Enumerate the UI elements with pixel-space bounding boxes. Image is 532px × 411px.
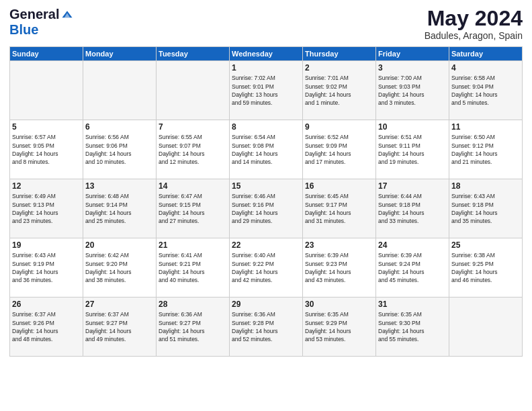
logo-blue: Blue bbox=[9, 22, 38, 38]
day-info: Sunrise: 6:39 AMSunset: 9:24 PMDaylight:… bbox=[378, 251, 447, 284]
day-number: 24 bbox=[378, 240, 447, 250]
calendar-cell: 12Sunrise: 6:49 AMSunset: 9:13 PMDayligh… bbox=[10, 179, 83, 238]
calendar-cell bbox=[157, 61, 230, 120]
day-number: 19 bbox=[12, 240, 81, 250]
day-info: Sunrise: 6:49 AMSunset: 9:13 PMDaylight:… bbox=[12, 192, 81, 225]
calendar-week-5: 26Sunrise: 6:37 AMSunset: 9:26 PMDayligh… bbox=[10, 298, 523, 357]
day-info: Sunrise: 6:57 AMSunset: 9:05 PMDaylight:… bbox=[12, 133, 81, 166]
day-number: 26 bbox=[12, 300, 81, 309]
day-info: Sunrise: 6:37 AMSunset: 9:26 PMDaylight:… bbox=[12, 310, 81, 343]
day-number: 21 bbox=[159, 240, 227, 250]
calendar-cell bbox=[449, 298, 523, 357]
calendar-cell: 28Sunrise: 6:36 AMSunset: 9:27 PMDayligh… bbox=[157, 298, 230, 357]
day-info: Sunrise: 6:41 AMSunset: 9:21 PMDaylight:… bbox=[159, 251, 227, 284]
location: Badules, Aragon, Spain bbox=[425, 30, 523, 41]
day-info: Sunrise: 6:52 AMSunset: 9:09 PMDaylight:… bbox=[305, 133, 373, 166]
calendar-cell: 14Sunrise: 6:47 AMSunset: 9:15 PMDayligh… bbox=[157, 179, 230, 238]
day-info: Sunrise: 6:47 AMSunset: 9:15 PMDaylight:… bbox=[159, 192, 227, 225]
calendar-cell: 11Sunrise: 6:50 AMSunset: 9:12 PMDayligh… bbox=[449, 120, 523, 179]
calendar-cell: 15Sunrise: 6:46 AMSunset: 9:16 PMDayligh… bbox=[230, 179, 303, 238]
day-number: 27 bbox=[85, 300, 154, 309]
calendar-cell: 27Sunrise: 6:37 AMSunset: 9:27 PMDayligh… bbox=[83, 298, 157, 357]
day-number: 13 bbox=[85, 181, 154, 191]
day-number: 8 bbox=[232, 122, 300, 132]
col-thursday: Thursday bbox=[303, 47, 376, 61]
calendar-cell: 21Sunrise: 6:41 AMSunset: 9:21 PMDayligh… bbox=[157, 238, 230, 298]
calendar-cell: 22Sunrise: 6:40 AMSunset: 9:22 PMDayligh… bbox=[230, 238, 303, 298]
day-info: Sunrise: 6:58 AMSunset: 9:04 PMDaylight:… bbox=[451, 74, 520, 107]
day-number: 25 bbox=[451, 240, 520, 250]
calendar-cell: 16Sunrise: 6:45 AMSunset: 9:17 PMDayligh… bbox=[303, 179, 376, 238]
day-number: 22 bbox=[232, 240, 300, 250]
day-number: 5 bbox=[12, 122, 81, 132]
calendar-cell: 1Sunrise: 7:02 AMSunset: 9:01 PMDaylight… bbox=[230, 61, 303, 120]
calendar-cell: 10Sunrise: 6:51 AMSunset: 9:11 PMDayligh… bbox=[376, 120, 449, 179]
page-container: General Blue May 2024 Badules, Aragon, S… bbox=[0, 0, 532, 361]
calendar-week-3: 12Sunrise: 6:49 AMSunset: 9:13 PMDayligh… bbox=[10, 179, 523, 238]
day-number: 16 bbox=[305, 181, 373, 191]
day-number: 4 bbox=[451, 63, 520, 73]
day-info: Sunrise: 6:50 AMSunset: 9:12 PMDaylight:… bbox=[451, 133, 520, 166]
calendar-cell: 4Sunrise: 6:58 AMSunset: 9:04 PMDaylight… bbox=[449, 61, 523, 120]
day-info: Sunrise: 6:35 AMSunset: 9:30 PMDaylight:… bbox=[378, 310, 447, 343]
day-number: 20 bbox=[85, 240, 154, 250]
day-info: Sunrise: 6:44 AMSunset: 9:18 PMDaylight:… bbox=[378, 192, 447, 225]
day-info: Sunrise: 6:39 AMSunset: 9:23 PMDaylight:… bbox=[305, 251, 373, 284]
day-info: Sunrise: 6:43 AMSunset: 9:19 PMDaylight:… bbox=[12, 251, 81, 284]
calendar-cell: 17Sunrise: 6:44 AMSunset: 9:18 PMDayligh… bbox=[376, 179, 449, 238]
day-info: Sunrise: 7:02 AMSunset: 9:01 PMDaylight:… bbox=[232, 74, 300, 107]
col-wednesday: Wednesday bbox=[230, 47, 303, 61]
col-saturday: Saturday bbox=[449, 47, 523, 61]
day-number: 29 bbox=[232, 300, 300, 309]
day-number: 2 bbox=[305, 63, 373, 73]
calendar-cell: 7Sunrise: 6:55 AMSunset: 9:07 PMDaylight… bbox=[157, 120, 230, 179]
day-info: Sunrise: 6:48 AMSunset: 9:14 PMDaylight:… bbox=[85, 192, 154, 225]
day-number: 11 bbox=[451, 122, 520, 132]
day-info: Sunrise: 6:55 AMSunset: 9:07 PMDaylight:… bbox=[159, 133, 227, 166]
day-info: Sunrise: 6:54 AMSunset: 9:08 PMDaylight:… bbox=[232, 133, 300, 166]
calendar-cell: 5Sunrise: 6:57 AMSunset: 9:05 PMDaylight… bbox=[10, 120, 83, 179]
col-monday: Monday bbox=[83, 47, 157, 61]
calendar-cell: 2Sunrise: 7:01 AMSunset: 9:02 PMDaylight… bbox=[303, 61, 376, 120]
calendar-cell: 30Sunrise: 6:35 AMSunset: 9:29 PMDayligh… bbox=[303, 298, 376, 357]
calendar-week-4: 19Sunrise: 6:43 AMSunset: 9:19 PMDayligh… bbox=[10, 238, 523, 298]
day-number: 6 bbox=[85, 122, 154, 132]
calendar-cell: 8Sunrise: 6:54 AMSunset: 9:08 PMDaylight… bbox=[230, 120, 303, 179]
day-number: 31 bbox=[378, 300, 447, 309]
day-info: Sunrise: 6:56 AMSunset: 9:06 PMDaylight:… bbox=[85, 133, 154, 166]
calendar-cell: 19Sunrise: 6:43 AMSunset: 9:19 PMDayligh… bbox=[10, 238, 83, 298]
title-block: May 2024 Badules, Aragon, Spain bbox=[425, 7, 523, 41]
day-info: Sunrise: 7:00 AMSunset: 9:03 PMDaylight:… bbox=[378, 74, 447, 107]
calendar-cell: 26Sunrise: 6:37 AMSunset: 9:26 PMDayligh… bbox=[10, 298, 83, 357]
calendar-cell: 23Sunrise: 6:39 AMSunset: 9:23 PMDayligh… bbox=[303, 238, 376, 298]
day-info: Sunrise: 6:42 AMSunset: 9:20 PMDaylight:… bbox=[85, 251, 154, 284]
calendar-cell: 13Sunrise: 6:48 AMSunset: 9:14 PMDayligh… bbox=[83, 179, 157, 238]
day-info: Sunrise: 6:51 AMSunset: 9:11 PMDaylight:… bbox=[378, 133, 447, 166]
day-info: Sunrise: 6:46 AMSunset: 9:16 PMDaylight:… bbox=[232, 192, 300, 225]
day-number: 17 bbox=[378, 181, 447, 191]
day-number: 9 bbox=[305, 122, 373, 132]
day-info: Sunrise: 7:01 AMSunset: 9:02 PMDaylight:… bbox=[305, 74, 373, 107]
calendar-week-1: 1Sunrise: 7:02 AMSunset: 9:01 PMDaylight… bbox=[10, 61, 523, 120]
col-tuesday: Tuesday bbox=[157, 47, 230, 61]
calendar-cell bbox=[83, 61, 157, 120]
day-number: 3 bbox=[378, 63, 447, 73]
day-info: Sunrise: 6:37 AMSunset: 9:27 PMDaylight:… bbox=[85, 310, 154, 343]
day-info: Sunrise: 6:40 AMSunset: 9:22 PMDaylight:… bbox=[232, 251, 300, 284]
col-sunday: Sunday bbox=[10, 47, 83, 61]
calendar-cell: 25Sunrise: 6:38 AMSunset: 9:25 PMDayligh… bbox=[449, 238, 523, 298]
day-number: 12 bbox=[12, 181, 81, 191]
day-number: 10 bbox=[378, 122, 447, 132]
day-number: 1 bbox=[232, 63, 300, 73]
day-number: 7 bbox=[159, 122, 227, 132]
header: General Blue May 2024 Badules, Aragon, S… bbox=[9, 7, 523, 41]
day-number: 23 bbox=[305, 240, 373, 250]
day-number: 15 bbox=[232, 181, 300, 191]
logo-icon bbox=[60, 8, 74, 21]
calendar-cell: 9Sunrise: 6:52 AMSunset: 9:09 PMDaylight… bbox=[303, 120, 376, 179]
logo-general: General bbox=[9, 7, 59, 22]
calendar-cell: 18Sunrise: 6:43 AMSunset: 9:18 PMDayligh… bbox=[449, 179, 523, 238]
day-info: Sunrise: 6:45 AMSunset: 9:17 PMDaylight:… bbox=[305, 192, 373, 225]
calendar-cell bbox=[10, 61, 83, 120]
calendar-table: Sunday Monday Tuesday Wednesday Thursday… bbox=[9, 46, 523, 357]
